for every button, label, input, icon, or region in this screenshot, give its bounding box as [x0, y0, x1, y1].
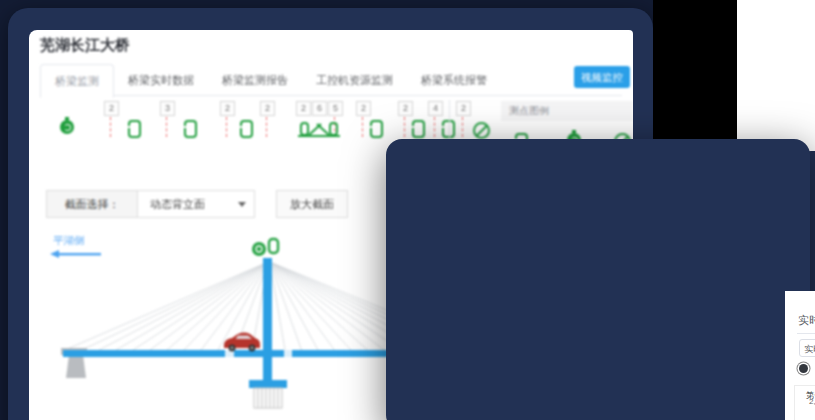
radio-last-two-months[interactable] [799, 364, 808, 373]
link-sensor-icon[interactable] [240, 120, 253, 138]
alarm-dashed-line [226, 117, 227, 137]
link-sensor-icon[interactable] [412, 120, 425, 138]
sensor-count-badge: 2 [220, 101, 235, 116]
alarm-dashed-line [266, 117, 267, 137]
zoom-section-button[interactable]: 放大截面 [276, 190, 348, 218]
black-filler-region [653, 0, 737, 139]
sensor-count-badge: 5 [328, 101, 343, 116]
alarm-dashed-line [362, 117, 363, 137]
sensor-count-badge: 2 [398, 101, 413, 116]
sensor-count-badge: 2 [356, 101, 371, 116]
chevron-down-icon [238, 202, 246, 207]
dialog-title: 实时曲线 [798, 313, 815, 328]
y-tick-label: 2,500 [795, 397, 815, 406]
sensor-count-badge: 4 [428, 101, 443, 116]
vibration-chart: 第七跨跨中振动 05001,0001,5002,0002,500 2018-09… [794, 385, 815, 420]
sensor-count-badge: 2 [296, 101, 311, 116]
alarm-dashed-line [166, 117, 167, 137]
bridge-pylon [263, 258, 272, 382]
alarm-dashed-line [404, 117, 405, 137]
dialog-window: 实时曲线 × 实时曲线图 监控回放 最近两个月 - 查询 第七跨跨中振动 第七跨… [785, 291, 815, 420]
gauge-sensor-icon[interactable] [60, 120, 74, 134]
section-select-value: 动态背立面 [150, 198, 205, 210]
bridge-sensor-icon[interactable] [297, 116, 341, 140]
legend-panel-header: 测点图例 [501, 101, 633, 121]
link-sensor-icon[interactable] [128, 120, 141, 138]
tab-realtime-curve[interactable]: 实时曲线图 [799, 339, 815, 357]
dialog-header-divider [797, 333, 815, 334]
alarm-dashed-line [434, 117, 435, 137]
alarm-dashed-line [110, 117, 111, 137]
link-sensor-icon[interactable] [370, 120, 383, 138]
dialog-window-frame: 实时曲线 × 实时曲线图 监控回放 最近两个月 - 查询 第七跨跨中振动 第七跨… [386, 139, 810, 420]
section-select-dropdown[interactable]: 动态背立面 [137, 190, 255, 218]
sensor-count-badge: 2 [104, 101, 119, 116]
sensor-count-badge: 2 [456, 101, 471, 116]
left-arrow-icon [50, 250, 59, 258]
tower-gauge-icon [252, 242, 266, 256]
link-sensor-icon[interactable] [184, 120, 197, 138]
pile-foundation [254, 388, 282, 408]
alarm-dashed-line [462, 117, 463, 137]
pier-cap [249, 380, 287, 388]
tower-link-icon [269, 239, 278, 253]
sensor-count-badge: 6 [312, 101, 327, 116]
sensor-count-badge: 2 [260, 101, 275, 116]
screenshot-root: 芜湖长江大桥 视频监控 桥梁监测 桥梁实时数据 桥梁监测报告 工控机资源监测 桥… [0, 0, 815, 420]
tab-bridge-monitoring[interactable]: 桥梁监测 [40, 64, 114, 98]
sensor-count-badge: 3 [160, 101, 175, 116]
section-select-label: 截面选择： [46, 190, 138, 218]
no-entry-sensor-icon[interactable] [473, 122, 490, 139]
